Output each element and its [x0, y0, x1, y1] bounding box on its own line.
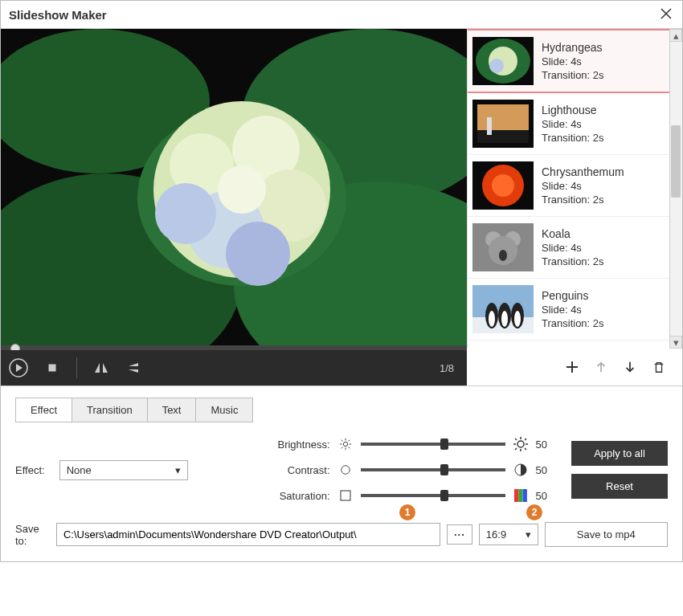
effect-left: Effect: None ▾	[15, 460, 242, 480]
thumb-meta: Chrysanthemum Slide: 4s Transition: 2s	[542, 161, 624, 210]
play-icon[interactable]	[9, 358, 28, 377]
thumb-slide: Slide: 4s	[542, 55, 604, 67]
list-item[interactable]: Penguins Slide: 4s Transition: 2s	[468, 279, 682, 341]
preview-area: 1/8	[1, 29, 467, 386]
list-item[interactable]: Lighthouse Slide: 4s Transition: 2s	[468, 93, 682, 155]
svg-rect-22	[477, 130, 529, 143]
slide-counter: 1/8	[440, 362, 459, 374]
thumb-koala	[472, 223, 534, 271]
thumb-hydrangeas	[472, 37, 534, 85]
thumb-slide: Slide: 4s	[542, 242, 604, 254]
effect-label: Effect:	[15, 464, 45, 476]
svg-line-57	[525, 439, 526, 440]
saturation-slider[interactable]	[361, 494, 505, 497]
side-actions	[467, 349, 682, 386]
svg-rect-60	[341, 491, 350, 500]
list-item[interactable]: Koala Slide: 4s Transition: 2s	[468, 217, 682, 279]
contrast-slider[interactable]	[361, 468, 505, 471]
tab-music[interactable]: Music	[196, 398, 252, 422]
stop-icon[interactable]	[43, 358, 62, 377]
thumb-name: Hydrangeas	[542, 41, 604, 54]
save-to-mp4-button[interactable]: Save to mp4	[545, 522, 668, 547]
svg-rect-61	[514, 489, 518, 502]
thumb-slide: Slide: 4s	[542, 118, 604, 130]
thumb-lighthouse	[472, 100, 534, 148]
thumb-name: Chrysanthemum	[542, 165, 624, 178]
ratio-value: 16:9	[486, 528, 506, 541]
svg-rect-23	[487, 117, 492, 135]
thumb-slide: Slide: 4s	[542, 180, 624, 192]
annotation-1: 1	[399, 504, 415, 520]
annotation-2: 2	[526, 504, 542, 520]
brightness-row: Brightness: 50	[266, 437, 547, 451]
svg-line-47	[341, 447, 342, 449]
contrast-value: 50	[536, 464, 547, 476]
saturation-low-icon	[338, 488, 353, 503]
thumb-meta: Lighthouse Slide: 4s Transition: 2s	[542, 100, 604, 148]
brightness-label: Brightness:	[266, 439, 330, 451]
chevron-down-icon: ▾	[175, 464, 181, 476]
svg-point-12	[226, 222, 290, 286]
app-window: Slideshow Maker	[0, 0, 683, 562]
side-panel: Hydrangeas Slide: 4s Transition: 2s Ligh…	[467, 29, 682, 386]
tab-text[interactable]: Text	[148, 398, 197, 422]
thumb-transition: Transition: 2s	[542, 69, 604, 81]
aspect-ratio-dropdown[interactable]: 16:9 ▾	[479, 524, 538, 545]
svg-point-31	[499, 250, 507, 261]
save-path-input[interactable]	[56, 523, 440, 546]
move-down-icon[interactable]	[623, 360, 637, 374]
contrast-row: Contrast: 50	[266, 463, 547, 477]
svg-line-45	[341, 440, 342, 442]
svg-rect-63	[522, 489, 526, 502]
list-item[interactable]: Chrysanthemum Slide: 4s Transition: 2s	[468, 155, 682, 217]
svg-point-19	[489, 59, 504, 73]
contrast-low-icon	[338, 463, 353, 477]
thumb-slide: Slide: 4s	[542, 304, 604, 316]
move-up-icon[interactable]	[594, 360, 608, 374]
separator	[76, 357, 77, 378]
tab-transition[interactable]: Transition	[72, 398, 148, 422]
preview-svg	[1, 29, 467, 350]
svg-point-49	[517, 441, 524, 447]
browse-button[interactable]: ···	[447, 524, 472, 545]
preview-image	[1, 29, 467, 350]
thumb-name: Lighthouse	[542, 104, 604, 116]
effect-buttons: Apply to all Reset	[571, 441, 668, 499]
brightness-low-icon	[338, 437, 353, 451]
svg-point-39	[514, 311, 521, 327]
svg-point-13	[218, 165, 266, 214]
brightness-slider[interactable]	[361, 443, 505, 446]
delete-icon[interactable]	[652, 360, 666, 374]
scroll-up-icon[interactable]: ▴	[669, 29, 682, 42]
thumb-name: Penguins	[542, 289, 604, 302]
svg-point-58	[341, 466, 350, 475]
upper-panel: 1/8 Hydrangeas Slide: 4s Transition: 2s	[1, 29, 682, 386]
svg-line-46	[348, 447, 350, 449]
thumbnail-list[interactable]: Hydrangeas Slide: 4s Transition: 2s Ligh…	[467, 29, 682, 349]
progress-knob[interactable]	[10, 344, 20, 350]
svg-line-55	[525, 448, 526, 450]
tabs: Effect Transition Text Music	[15, 398, 253, 422]
svg-rect-21	[477, 104, 529, 130]
svg-point-37	[489, 311, 495, 327]
scroll-thumb[interactable]	[671, 125, 681, 198]
flip-vertical-icon[interactable]	[125, 358, 145, 377]
progress-bar[interactable]	[1, 345, 467, 350]
apply-all-button[interactable]: Apply to all	[571, 441, 668, 466]
brightness-value: 50	[536, 439, 547, 451]
thumb-transition: Transition: 2s	[542, 317, 604, 329]
scroll-down-icon[interactable]: ▾	[669, 336, 682, 349]
contrast-high-icon	[513, 463, 528, 477]
scrollbar[interactable]: ▴ ▾	[669, 29, 682, 349]
list-item[interactable]: Hydrangeas Slide: 4s Transition: 2s	[468, 29, 682, 93]
add-icon[interactable]	[565, 360, 579, 374]
flip-horizontal-icon[interactable]	[92, 358, 111, 377]
tab-effect[interactable]: Effect	[16, 398, 72, 422]
titlebar: Slideshow Maker	[1, 1, 682, 29]
effect-dropdown[interactable]: None ▾	[59, 460, 188, 480]
reset-button[interactable]: Reset	[571, 474, 668, 499]
sliders: Brightness: 50 Contrast:	[266, 437, 547, 503]
thumb-meta: Hydrangeas Slide: 4s Transition: 2s	[542, 37, 604, 85]
close-icon[interactable]	[660, 7, 674, 22]
contrast-label: Contrast:	[266, 464, 330, 476]
